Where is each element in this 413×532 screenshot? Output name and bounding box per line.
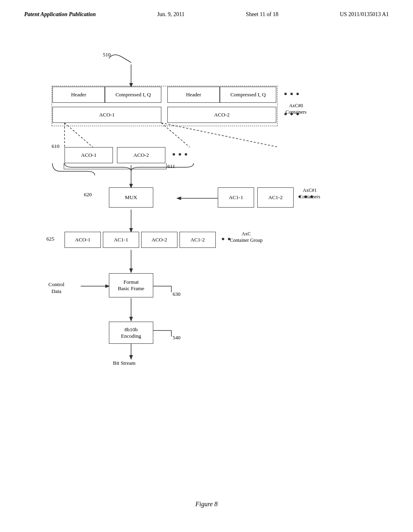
svg-line-2 [161, 123, 190, 147]
label-510: 510 [103, 52, 111, 58]
box-aco2-mid: ACO-2 [117, 147, 165, 163]
label-625: 625 [46, 236, 54, 243]
page-header: Patent Application Publication Jun. 9, 2… [0, 0, 413, 18]
axc-container-group-label: AxC Container Group [230, 231, 263, 243]
sheet-text: Sheet 11 of 18 [246, 11, 279, 18]
box-aco1-top: ACO-1 [52, 107, 161, 123]
date-text: Jun. 9, 2011 [157, 11, 185, 18]
label-630: 630 [173, 291, 181, 298]
dot-3 [296, 93, 299, 95]
dot-7 [173, 153, 175, 156]
box-aco2-bot: ACO-2 [141, 232, 177, 248]
box-encoding: 8b10b Encoding [109, 322, 153, 344]
box-aco2-top: ACO-2 [167, 107, 276, 123]
box-ac1-2-bot: AC1-2 [179, 232, 216, 248]
dot-2 [290, 93, 293, 95]
bracket-610 [64, 163, 167, 169]
dot-8 [179, 153, 181, 156]
label-540: 540 [173, 335, 181, 341]
box-ac1-2: AC1-2 [257, 187, 294, 208]
box-mux: MUX [109, 187, 153, 208]
patent-number: US 2011/0135013 A1 [340, 11, 389, 18]
dot-9 [185, 153, 187, 156]
diagram-area: 510 Header Compressed I, Q Header Compre… [24, 44, 387, 488]
label-610: 610 [52, 143, 60, 150]
publication-label: Patent Application Publication [24, 11, 96, 18]
control-data-label: Control Data [48, 281, 65, 295]
bit-stream-label: Bit Stream [113, 360, 136, 367]
box-aco1-bot: ACO-1 [65, 232, 101, 248]
axc1-containers-label: AxC#1 Containers [299, 187, 320, 200]
box-format-basic: Format Basic Frame [109, 273, 153, 297]
label-611: 611 [167, 163, 175, 170]
figure-caption: Figure 8 [0, 501, 413, 508]
svg-line-4 [161, 123, 278, 147]
svg-line-3 [65, 123, 93, 147]
axc0-containers-label: AxC#0 Containers [286, 103, 307, 115]
label-620: 620 [84, 191, 92, 198]
dot-1 [284, 93, 287, 95]
box-ac1-1: AC1-1 [218, 187, 254, 208]
box-ac1-1-bot: AC1-1 [103, 232, 139, 248]
dot-13 [222, 238, 224, 240]
box-aco1-mid: ACO-1 [65, 147, 113, 163]
